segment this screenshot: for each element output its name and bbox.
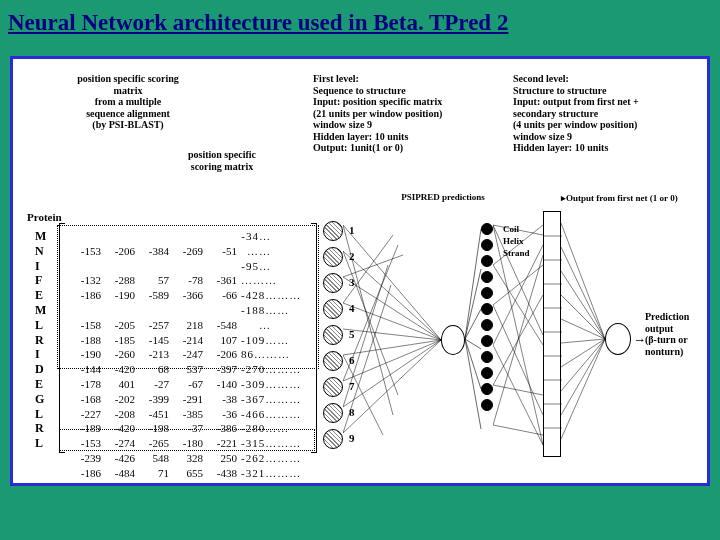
svg-line-53 — [561, 339, 605, 415]
output-node-1 — [441, 325, 465, 355]
psipred-node — [481, 399, 493, 411]
svg-line-1 — [343, 251, 441, 340]
connections-1 — [343, 215, 443, 465]
svg-line-16 — [343, 285, 391, 433]
prediction-desc: Predictionoutput(β-turn ornonturn) — [645, 311, 707, 357]
svg-line-7 — [343, 340, 441, 407]
svg-line-27 — [493, 265, 543, 345]
hidden-node — [323, 299, 343, 319]
connections-3 — [561, 211, 607, 461]
pssm-desc: position specific scoringmatrixfrom a mu… — [53, 73, 203, 131]
protein-label: Protein — [27, 211, 62, 223]
output-node-2 — [605, 323, 631, 355]
svg-line-20 — [465, 339, 481, 349]
psipred-node — [481, 383, 493, 395]
svg-line-33 — [493, 385, 543, 395]
svg-line-54 — [561, 339, 605, 439]
second-level-desc: Second level:Structure to structureInput… — [513, 73, 693, 154]
svg-line-51 — [561, 339, 605, 367]
svg-line-52 — [561, 339, 605, 391]
psipred-node — [481, 351, 493, 363]
svg-line-23 — [493, 225, 543, 235]
svg-line-17 — [465, 229, 481, 339]
svg-line-8 — [343, 340, 441, 433]
page-title: Neural Network architecture used in Beta… — [0, 0, 720, 42]
psipred-node — [481, 367, 493, 379]
psipred-column — [481, 219, 493, 415]
psipred-node — [481, 287, 493, 299]
svg-line-46 — [561, 247, 605, 339]
psipred-node — [481, 271, 493, 283]
pssm-right-desc: position specificscoring matrix — [167, 149, 277, 172]
hidden-node — [323, 403, 343, 423]
hidden-node — [323, 273, 343, 293]
connections-2 — [493, 215, 548, 465]
hidden-layer-1 — [323, 215, 343, 455]
svg-line-30 — [493, 245, 543, 345]
svg-line-48 — [561, 295, 605, 339]
svg-line-18 — [465, 269, 481, 339]
svg-line-50 — [561, 339, 605, 343]
svg-line-10 — [343, 251, 398, 395]
svg-line-22 — [465, 339, 481, 429]
first-level-desc: First level:Sequence to structureInput: … — [313, 73, 483, 154]
psipred-node — [481, 223, 493, 235]
window-selection-box — [57, 225, 319, 369]
svg-line-26 — [493, 225, 543, 265]
hidden-node — [323, 377, 343, 397]
protein-sequence: MNIFEMLRIDEGLRL — [35, 229, 46, 451]
psipred-node — [481, 239, 493, 251]
svg-line-21 — [465, 339, 481, 389]
psipred-node — [481, 255, 493, 267]
svg-line-15 — [343, 265, 388, 407]
hidden-node — [323, 351, 343, 371]
svg-line-28 — [493, 265, 543, 305]
hidden-node — [323, 221, 343, 241]
psipred-label: PSIPRED predictions — [383, 193, 503, 203]
psipred-node — [481, 335, 493, 347]
psipred-node — [481, 319, 493, 331]
diagram-panel: position specific scoringmatrixfrom a mu… — [10, 56, 710, 486]
hidden-node — [323, 429, 343, 449]
second-hidden-layer — [543, 211, 561, 457]
hidden-node — [323, 247, 343, 267]
svg-line-0 — [343, 225, 441, 340]
svg-line-9 — [343, 225, 393, 415]
hidden-node — [323, 325, 343, 345]
svg-line-25 — [493, 225, 543, 445]
window-end-box — [59, 429, 315, 451]
output-first-label: ▸Output from first net (1 or 0) — [561, 194, 678, 204]
psipred-node — [481, 303, 493, 315]
svg-line-5 — [343, 340, 441, 355]
